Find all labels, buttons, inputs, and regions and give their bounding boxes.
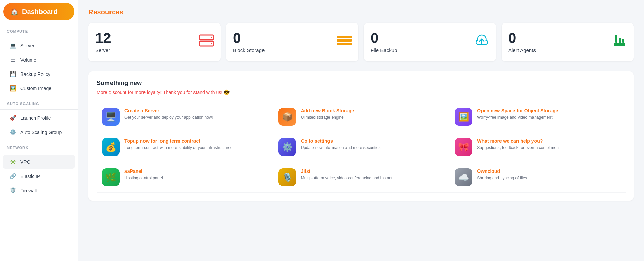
sidebar-divider [0, 109, 78, 110]
sidebar-item-label-server: Server [20, 43, 34, 48]
new-card-icon-open-object-storage: 🖼️ [455, 108, 472, 126]
sidebar-item-label-custom-image: Custom Image [20, 86, 51, 91]
resource-info-alert-agents: 0 Alert Agents [508, 31, 536, 53]
resource-count-file-backup: 0 [371, 31, 397, 45]
new-card-title-create-server: Create a Server [124, 108, 213, 113]
sidebar: 🏠 Dashboard COMPUTE💻Server☰Volume💾Backup… [0, 0, 78, 261]
new-card-open-object-storage[interactable]: 🖼️ Open new Space for Object Storage Wor… [449, 102, 626, 132]
resource-info-server: 12 Server [95, 31, 111, 53]
svg-rect-6 [337, 43, 352, 45]
resource-card-alert-agents: 0 Alert Agents [502, 23, 634, 61]
new-card-create-server[interactable]: 🖥️ Create a Server Get your server and d… [97, 102, 273, 132]
sidebar-item-label-backup-policy: Backup Policy [20, 71, 50, 77]
launch-profile-icon: 🚀 [10, 115, 16, 121]
new-card-icon-jitsi: 🎙️ [278, 168, 296, 186]
elastic-ip-icon: 🔗 [10, 173, 16, 179]
server-icon: 💻 [10, 42, 16, 49]
svg-rect-8 [614, 43, 625, 46]
something-new-title: Something new [97, 80, 626, 87]
resource-info-file-backup: 0 File Backup [371, 31, 397, 53]
sidebar-section-label-auto-scaling: AUTO SCALING [0, 96, 78, 108]
new-card-aapanel[interactable]: 🌿 aaPanel Hosting control panel [97, 162, 273, 193]
resource-icon-server [199, 34, 214, 50]
sidebar-item-custom-image[interactable]: 🖼️Custom Image [3, 81, 75, 95]
sidebar-section-label-network: NETWORK [0, 140, 78, 152]
resource-card-file-backup: 0 File Backup [364, 23, 496, 61]
svg-rect-9 [615, 35, 617, 43]
sidebar-item-server[interactable]: 💻Server [3, 38, 75, 52]
volume-icon: ☰ [10, 56, 16, 63]
new-card-icon-go-to-settings: ⚙️ [278, 138, 296, 156]
new-card-desc-aapanel: Hosting control panel [124, 175, 163, 181]
main-content: Resources 12 Server 0 Block Storage 0 Fi… [78, 0, 644, 261]
new-card-desc-help: Suggestions, feedback, or even a complim… [477, 145, 560, 151]
sidebar-divider [0, 153, 78, 153]
svg-point-2 [211, 37, 212, 38]
resource-count-server: 12 [95, 31, 111, 45]
new-card-desc-add-block-storage: Ulimited storage engine [301, 115, 354, 120]
svg-rect-5 [337, 39, 352, 42]
sidebar-item-label-firewall: Firewall [20, 188, 37, 193]
new-cards-grid: 🖥️ Create a Server Get your server and d… [97, 102, 626, 193]
svg-rect-11 [622, 39, 624, 43]
resource-label-server: Server [95, 47, 111, 53]
resource-info-block-storage: 0 Block Storage [233, 31, 265, 53]
backup-policy-icon: 💾 [10, 71, 16, 77]
new-card-desc-create-server: Get your server and deploy your applicat… [124, 115, 213, 120]
dashboard-nav-item[interactable]: 🏠 Dashboard [3, 3, 74, 20]
dashboard-label: Dashboard [22, 8, 57, 16]
new-card-desc-owncloud: Sharing and syncing of files [477, 175, 527, 181]
new-card-icon-aapanel: 🌿 [102, 168, 120, 186]
loyalty-text: More discount for more loyalty! Thank yo… [97, 89, 626, 95]
resource-label-block-storage: Block Storage [233, 47, 265, 53]
svg-rect-10 [619, 38, 621, 43]
sidebar-item-label-vpc: VPC [20, 159, 30, 165]
new-card-title-open-object-storage: Open new Space for Object Storage [477, 108, 558, 113]
sidebar-item-label-launch-profile: Launch Profile [20, 115, 51, 121]
new-card-topup-contract[interactable]: 💰 Topup now for long term contract Long … [97, 132, 273, 162]
vpc-icon: ✳️ [10, 159, 16, 165]
new-card-title-topup-contract: Topup now for long term contract [124, 138, 231, 144]
resource-icon-file-backup [474, 33, 489, 51]
sidebar-item-elastic-ip[interactable]: 🔗Elastic IP [3, 169, 75, 183]
resources-grid: 12 Server 0 Block Storage 0 File Backup … [88, 23, 634, 61]
new-card-add-block-storage[interactable]: 📦 Add new Block Storage Ulimited storage… [273, 102, 450, 132]
sidebar-item-backup-policy[interactable]: 💾Backup Policy [3, 67, 75, 81]
new-card-desc-open-object-storage: Worry-free image and video management [477, 115, 558, 120]
firewall-icon: 🛡️ [10, 187, 16, 194]
new-card-desc-jitsi: Multiplatform voice, video conferencing … [301, 175, 392, 181]
svg-rect-4 [337, 36, 352, 38]
new-card-desc-topup-contract: Long term contract with more stability o… [124, 145, 231, 151]
new-card-title-aapanel: aaPanel [124, 168, 163, 174]
resource-icon-alert-agents [612, 33, 627, 51]
sidebar-section-label-compute: COMPUTE [0, 23, 78, 35]
resource-card-server: 12 Server [88, 23, 221, 61]
sidebar-item-volume[interactable]: ☰Volume [3, 53, 75, 67]
resources-title: Resources [88, 8, 634, 16]
svg-point-3 [211, 43, 212, 44]
resource-card-block-storage: 0 Block Storage [226, 23, 358, 61]
home-icon: 🏠 [10, 7, 19, 16]
new-card-go-to-settings[interactable]: ⚙️ Go to settings Update new information… [273, 132, 450, 162]
resource-label-alert-agents: Alert Agents [508, 47, 536, 53]
resource-count-block-storage: 0 [233, 31, 265, 45]
resource-label-file-backup: File Backup [371, 47, 397, 53]
new-card-jitsi[interactable]: 🎙️ Jitsi Multiplatform voice, video conf… [273, 162, 450, 193]
new-card-icon-help: 🎀 [455, 138, 472, 156]
sidebar-item-firewall[interactable]: 🛡️Firewall [3, 183, 75, 197]
new-card-title-add-block-storage: Add new Block Storage [301, 108, 354, 113]
new-card-icon-add-block-storage: 📦 [278, 108, 296, 126]
sidebar-item-vpc[interactable]: ✳️VPC [3, 155, 75, 169]
sidebar-divider [0, 37, 78, 37]
resource-count-alert-agents: 0 [508, 31, 536, 45]
new-card-icon-topup-contract: 💰 [102, 138, 120, 156]
auto-scaling-group-icon: ⚙️ [10, 129, 16, 135]
new-card-title-owncloud: Owncloud [477, 168, 527, 174]
new-card-help[interactable]: 🎀 What more we can help you? Suggestions… [449, 132, 626, 162]
sidebar-item-auto-scaling-group[interactable]: ⚙️Auto Scaling Group [3, 125, 75, 139]
new-card-desc-go-to-settings: Update new information and more securiti… [301, 145, 381, 151]
new-card-title-jitsi: Jitsi [301, 168, 392, 174]
sidebar-item-launch-profile[interactable]: 🚀Launch Profile [3, 111, 75, 125]
sidebar-item-label-auto-scaling-group: Auto Scaling Group [20, 130, 62, 135]
new-card-owncloud[interactable]: ☁️ Owncloud Sharing and syncing of files [449, 162, 626, 193]
